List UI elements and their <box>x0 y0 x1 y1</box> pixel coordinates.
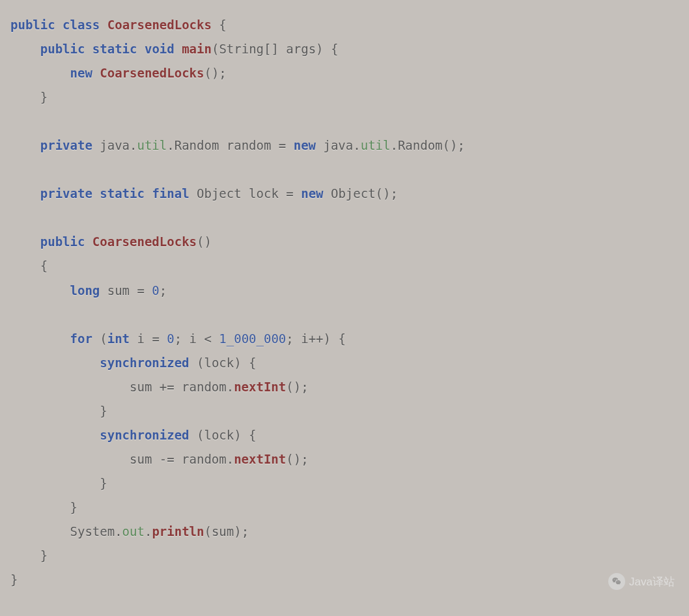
code-token: } <box>10 404 107 418</box>
code-token: ; <box>160 283 167 298</box>
code-token: for <box>70 331 92 346</box>
code-token: synchronized <box>100 356 189 370</box>
code-token: new <box>301 186 323 201</box>
code-token: util <box>361 138 391 152</box>
code-token: main <box>182 42 212 56</box>
code-token: (); <box>204 66 226 80</box>
code-token: nextInt <box>234 380 286 394</box>
code-token: public <box>40 234 85 249</box>
code-token <box>85 234 92 249</box>
code-token <box>85 42 92 56</box>
code-token: } <box>10 548 48 563</box>
code-token: class <box>63 18 100 32</box>
code-token: ; i < <box>175 331 219 346</box>
code-token: i = <box>130 331 167 346</box>
code-token <box>145 186 152 201</box>
code-token: (lock) { <box>190 356 257 370</box>
code-token: java. <box>316 138 361 152</box>
code-token: (String[] args) { <box>212 42 338 56</box>
code-token <box>10 234 40 249</box>
code-token: util <box>137 138 167 152</box>
code-token: { <box>10 259 48 273</box>
code-token: (); <box>286 380 308 394</box>
code-token: println <box>152 524 204 539</box>
code-token: } <box>10 476 107 490</box>
code-token: synchronized <box>100 428 189 442</box>
code-token: ; i++) { <box>286 331 346 346</box>
code-token: .Random(); <box>390 138 464 152</box>
code-token: sum += random. <box>10 380 234 394</box>
code-token: Object(); <box>324 186 398 201</box>
code-token: (); <box>286 452 308 466</box>
code-token: private <box>40 138 92 152</box>
code-token: CoarsenedLocks <box>100 66 204 80</box>
code-token: Object lock = <box>190 186 302 201</box>
code-token: System. <box>10 524 122 539</box>
code-token: new <box>294 138 316 152</box>
code-token <box>137 42 145 56</box>
code-token <box>10 283 70 298</box>
code-token: (lock) { <box>190 428 257 442</box>
code-token: out <box>122 524 145 539</box>
code-token: } <box>10 500 77 514</box>
code-token: static <box>100 186 145 201</box>
code-token: new <box>70 66 92 80</box>
code-token: static <box>92 42 137 56</box>
code-block: public class CoarsenedLocks { public sta… <box>10 13 679 592</box>
code-token <box>10 138 40 152</box>
code-token: private <box>40 186 92 201</box>
code-token <box>10 331 70 346</box>
code-token <box>10 42 40 56</box>
code-token: { <box>212 18 227 32</box>
code-token <box>92 66 100 80</box>
code-token: java. <box>92 138 137 152</box>
code-token: sum = <box>100 283 152 298</box>
code-token <box>10 428 100 442</box>
code-token: 0 <box>167 331 174 346</box>
wechat-icon <box>608 573 625 590</box>
code-token: int <box>107 331 130 346</box>
code-token: sum -= random. <box>10 452 234 466</box>
code-token <box>10 66 70 80</box>
code-token <box>92 186 100 201</box>
code-token <box>10 356 100 370</box>
code-token: public <box>10 18 55 32</box>
watermark: Java译站 <box>608 571 675 593</box>
code-token <box>10 186 40 201</box>
code-token: final <box>152 186 189 201</box>
code-token: 0 <box>152 283 159 298</box>
code-token: CoarsenedLocks <box>107 18 212 32</box>
code-token <box>100 18 107 32</box>
code-token: CoarsenedLocks <box>92 234 197 249</box>
code-token <box>175 42 182 56</box>
code-token <box>55 18 63 32</box>
watermark-label: Java译站 <box>629 571 675 593</box>
code-token: (sum); <box>204 524 249 539</box>
code-token: nextInt <box>234 452 286 466</box>
code-token: public <box>40 42 85 56</box>
code-token: . <box>145 524 152 539</box>
code-token: () <box>197 234 212 249</box>
code-token: long <box>70 283 100 298</box>
code-token: } <box>10 90 48 104</box>
code-token: 1_000_000 <box>219 331 286 346</box>
code-token: } <box>10 572 18 587</box>
code-token: .Random random = <box>167 138 293 152</box>
code-token: void <box>145 42 175 56</box>
code-token: ( <box>92 331 107 346</box>
